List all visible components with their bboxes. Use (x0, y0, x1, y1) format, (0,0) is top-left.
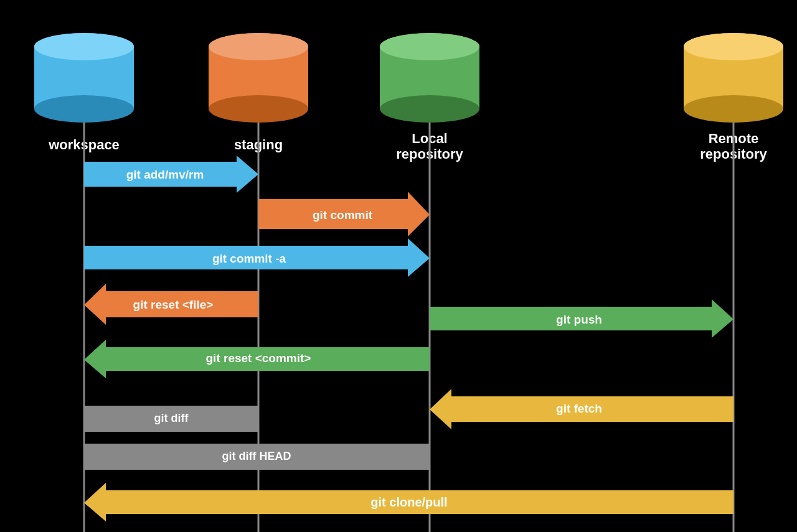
local-cylinder-bottom (380, 95, 479, 123)
git-commit-a-label: git commit -a (212, 252, 286, 265)
git-commit-label: git commit (313, 208, 373, 222)
git-reset-file-label: git reset <file> (133, 298, 214, 311)
workspace-cylinder-top-shine (34, 33, 134, 60)
staging-cylinder-bottom (209, 95, 308, 123)
local-cylinder-top-shine (380, 33, 479, 60)
git-workflow-diagram: workspace staging Local repository Remot… (0, 0, 797, 532)
git-clone-pull-label: git clone/pull (370, 495, 447, 509)
git-reset-commit-label: git reset <commit> (206, 352, 311, 365)
diagram-svg: workspace staging Local repository Remot… (0, 0, 797, 532)
git-fetch-label: git fetch (556, 402, 602, 415)
git-add-label: git add/mv/rm (126, 168, 204, 181)
git-push-label: git push (556, 313, 602, 326)
workspace-cylinder-bottom (34, 95, 134, 123)
staging-cylinder-top-shine (209, 33, 308, 60)
remote-cylinder-bottom (684, 95, 783, 123)
remote-cylinder-top-shine (684, 33, 783, 60)
git-diff-head-label: git diff HEAD (222, 450, 291, 462)
git-diff-label: git diff (154, 412, 189, 424)
